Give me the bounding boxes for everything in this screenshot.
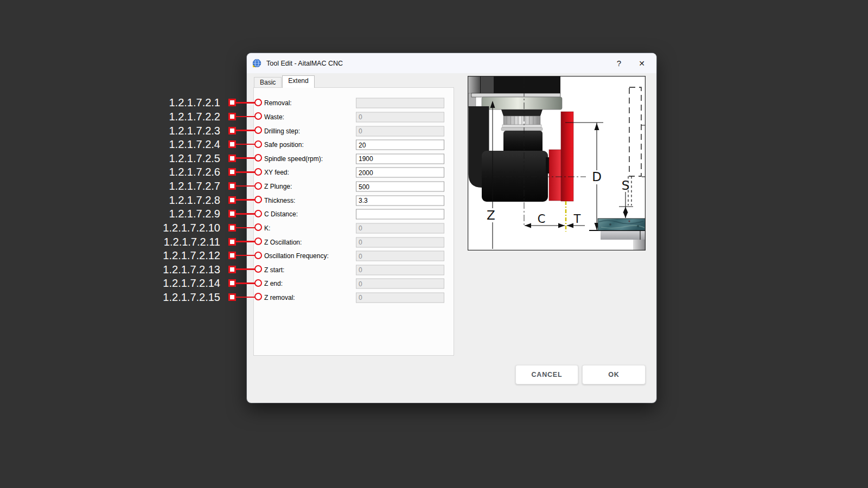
annotation-label: 1.2.1.7.2.5 xyxy=(169,152,220,164)
tab-extend[interactable]: Extend xyxy=(282,75,314,88)
field-label: Z start: xyxy=(264,266,284,274)
annotation-label: 1.2.1.7.2.1 xyxy=(169,97,220,108)
field-label: Z end: xyxy=(264,280,283,287)
field-label: Drilling step: xyxy=(264,127,300,135)
tool-body-shape xyxy=(482,151,548,202)
field-input xyxy=(356,223,444,233)
field-label: K: xyxy=(264,224,270,232)
dimension-label-s: S xyxy=(622,178,630,192)
field-input[interactable] xyxy=(356,153,444,164)
annotation-square-marker xyxy=(228,238,236,246)
annotation-label: 1.2.1.7.2.7 xyxy=(169,180,220,192)
titlebar: Tool Edit - AitalMAC CNC ? ✕ xyxy=(247,53,656,73)
field-row: Spindle speed(rpm): xyxy=(254,152,454,165)
field-row: XY feed: xyxy=(254,166,454,179)
annotation-label: 1.2.1.7.2.9 xyxy=(169,208,220,220)
field-input xyxy=(356,279,444,289)
tool-diagram-image: Z C T D S xyxy=(468,76,646,251)
field-label: Waste: xyxy=(264,113,284,121)
field-row: Oscillation Frequency: xyxy=(254,249,454,262)
field-input[interactable] xyxy=(356,195,444,206)
dimension-label-t: T xyxy=(573,213,581,226)
field-label: Spindle speed(rpm): xyxy=(264,155,323,163)
field-input[interactable] xyxy=(356,209,444,220)
tab-basic[interactable]: Basic xyxy=(254,77,282,87)
blade-flange-shape xyxy=(549,150,561,201)
table-leg-shape xyxy=(633,240,646,251)
field-label: Safe position: xyxy=(264,141,304,149)
annotation-square-marker xyxy=(228,127,236,134)
annotation-square-marker xyxy=(228,140,236,148)
field-row: Drilling step: xyxy=(254,125,454,138)
field-input xyxy=(356,112,444,122)
ok-button[interactable]: OK xyxy=(582,365,646,384)
field-input xyxy=(356,251,444,261)
annotation-label: 1.2.1.7.2.10 xyxy=(163,222,220,234)
annotation-label: 1.2.1.7.2.14 xyxy=(163,277,220,289)
field-label: C Distance: xyxy=(264,210,298,218)
globe-app-icon xyxy=(252,59,261,68)
annotation-square-marker xyxy=(228,155,236,162)
field-row: Waste: xyxy=(254,111,454,124)
field-row: Z start: xyxy=(254,264,454,277)
field-row: Thickness: xyxy=(254,194,454,207)
field-input[interactable] xyxy=(356,168,444,178)
field-input[interactable] xyxy=(356,182,444,192)
annotation-square-marker xyxy=(228,210,236,217)
field-row: Z end: xyxy=(254,277,454,290)
cancel-button[interactable]: CANCEL xyxy=(515,365,578,384)
field-label: Thickness: xyxy=(264,197,295,204)
field-input xyxy=(356,237,444,247)
annotation-label: 1.2.1.7.2.4 xyxy=(169,138,220,150)
dimension-label-z: Z xyxy=(487,208,495,222)
annotation-label: 1.2.1.7.2.11 xyxy=(164,236,220,248)
field-row: Z Oscillation: xyxy=(254,236,454,249)
field-row: C Distance: xyxy=(254,208,454,221)
annotation-label: 1.2.1.7.2.6 xyxy=(169,166,220,178)
table-shape xyxy=(601,231,646,240)
dimension-label-d: D xyxy=(592,170,602,184)
field-row: Z Plunge: xyxy=(254,180,454,193)
annotation-label: 1.2.1.7.2.3 xyxy=(169,125,220,137)
field-row: Z removal: xyxy=(254,291,454,304)
dimension-label-c: C xyxy=(538,213,546,226)
annotation-square-marker xyxy=(228,182,236,190)
saw-blade-shape xyxy=(561,112,573,201)
field-label: Z Plunge: xyxy=(264,183,292,190)
annotation-square-marker xyxy=(228,279,236,287)
annotation-square-marker xyxy=(228,99,236,106)
annotation-square-marker xyxy=(228,168,236,176)
annotation-square-marker xyxy=(228,196,236,204)
tab-strip: Basic Extend xyxy=(254,75,315,87)
annotation-label: 1.2.1.7.2.15 xyxy=(163,291,220,303)
close-icon[interactable]: ✕ xyxy=(633,56,651,71)
annotation-label: 1.2.1.7.2.8 xyxy=(169,194,220,206)
annotation-square-marker xyxy=(228,224,236,232)
annotation-square-marker xyxy=(228,266,236,273)
field-label: Z Oscillation: xyxy=(264,239,302,246)
field-input xyxy=(356,126,444,136)
annotation-label: 1.2.1.7.2.2 xyxy=(169,111,220,123)
annotation-label: 1.2.1.7.2.13 xyxy=(163,264,220,275)
field-row: K: xyxy=(254,222,454,235)
annotation-square-marker xyxy=(228,252,236,259)
field-label: Removal: xyxy=(264,99,292,107)
annotation-label: 1.2.1.7.2.12 xyxy=(163,249,220,261)
field-label: Z removal: xyxy=(264,294,295,301)
field-input xyxy=(356,265,444,275)
dialog-title: Tool Edit - AitalMAC CNC xyxy=(266,60,610,67)
tool-edit-dialog: Tool Edit - AitalMAC CNC ? ✕ Basic Exten… xyxy=(247,53,656,403)
help-button[interactable]: ? xyxy=(610,56,628,71)
annotation-square-marker xyxy=(228,113,236,120)
field-label: Oscillation Frequency: xyxy=(264,252,329,260)
field-label: XY feed: xyxy=(264,169,289,176)
desktop-background: Tool Edit - AitalMAC CNC ? ✕ Basic Exten… xyxy=(0,0,868,488)
field-row: Removal: xyxy=(254,97,454,110)
field-row: Safe position: xyxy=(254,138,454,151)
field-input xyxy=(356,98,444,108)
extend-tab-page: Removal: Waste: Drilling step: Safe posi… xyxy=(253,87,454,356)
annotation-square-marker xyxy=(228,293,236,301)
field-input xyxy=(356,292,444,303)
field-input[interactable] xyxy=(356,140,444,150)
